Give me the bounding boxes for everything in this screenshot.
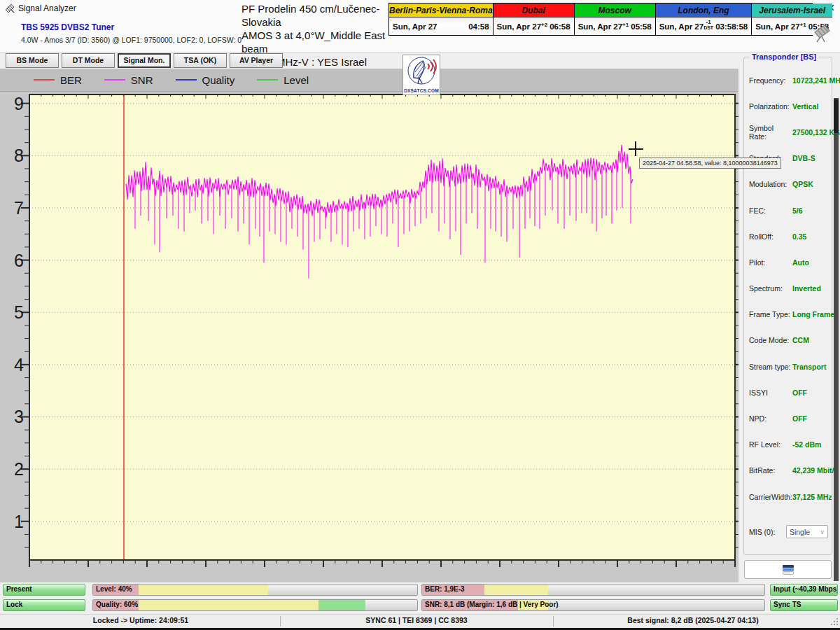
logo-text: DXSATCS.COM	[403, 88, 440, 93]
clock-column-0: Berlin-Paris-Vienna-RomaSun, Apr 2704:58	[389, 4, 493, 35]
info-line-satellite: AMOS 3 at 4,0°W_Middle East beam	[241, 29, 392, 55]
transponder-row-value: Transport	[792, 363, 826, 371]
mode-tabs: BS ModeDT ModeSignal Mon.TSA (OK)AV Play…	[6, 53, 283, 68]
mis-row: MIS (0): Single ∨	[749, 525, 828, 538]
transponder-panel: Transponder [BS] Frequency:10723,241 MHz…	[742, 52, 834, 582]
meter-segment	[139, 584, 268, 595]
transponder-row-label: Stream type:	[749, 363, 792, 371]
legend-color-swatch	[104, 79, 125, 80]
legend-item-quality: Quality	[176, 74, 235, 86]
world-clocks-panel: Berlin-Paris-Vienna-RomaSun, Apr 2704:58…	[388, 3, 813, 36]
tab-av-player[interactable]: AV Player	[230, 53, 283, 68]
tuner-title: TBS 5925 DVBS2 Tuner	[21, 22, 114, 32]
tab-signal-mon-[interactable]: Signal Mon.	[118, 53, 171, 68]
transponder-row-label: CarrierWidth:	[749, 493, 792, 501]
clock-date: Sun, Apr 27	[578, 22, 622, 31]
transponder-row-label: RollOff:	[749, 232, 792, 241]
meter-segment	[484, 584, 548, 595]
transponder-row-label: RF Level:	[749, 440, 792, 449]
clock-time: 06:58	[550, 22, 570, 31]
chart-legend: BERSNRQualityLevel	[0, 69, 738, 92]
clock-time-row: Sun, Apr 27+206:58	[493, 18, 574, 35]
transponder-row: BitRate:42,239 Mbit/s	[744, 458, 832, 484]
meter-label: SNR: 8,1 dB (Margin: 1,6 dB | Very Poor)	[425, 601, 559, 608]
transponder-row-value: QPSK	[792, 180, 813, 188]
transponder-row: FEC:5/6	[744, 197, 832, 223]
clock-date: Sun, Apr 27	[755, 22, 799, 31]
transponder-row: Spectrum:Inverted	[744, 276, 832, 302]
tab-tsa-ok-[interactable]: TSA (OK)	[174, 53, 227, 68]
transponder-row-value: Inverted	[792, 284, 821, 293]
svg-text:3: 3	[14, 407, 24, 426]
tab-dt-mode[interactable]: DT Mode	[62, 53, 115, 68]
status-bar: Locked -> Uptime: 24:09:51 SYNC 61 | TEI…	[0, 614, 840, 628]
transponder-row-label: Frame Type:	[749, 310, 792, 318]
satellite-dish-icon	[811, 21, 834, 46]
legend-label: Level	[284, 74, 309, 86]
svg-text:6: 6	[14, 251, 24, 270]
legend-color-swatch	[257, 79, 278, 80]
clock-column-1: DubaiSun, Apr 27+206:58	[493, 4, 575, 35]
disk-stack-button[interactable]	[744, 560, 832, 579]
meter-label: Level: 40%	[96, 585, 132, 593]
svg-text:1: 1	[14, 512, 24, 531]
clock-column-3: London, EngSun, Apr 27-1DST03:58:58	[656, 4, 752, 35]
meter-bar: Level: 40%	[92, 584, 418, 596]
svg-text:4: 4	[14, 355, 24, 374]
clock-time: 03:58:58	[715, 22, 748, 31]
snr-trend-chart[interactable]: 123456789	[0, 69, 738, 582]
clock-city-label: Jerusalem-Israel	[752, 4, 832, 18]
transponder-row-value: 37,125 MHz	[792, 493, 832, 501]
transponder-rows: Frequency:10723,241 MHzPolarization:Vert…	[744, 67, 832, 510]
legend-item-ber: BER	[34, 74, 82, 86]
transponder-row-label: Modulation:	[749, 180, 792, 188]
clock-date: Sun, Apr 27	[659, 22, 704, 31]
transponder-row: Modulation:QPSK	[744, 172, 832, 197]
mis-dropdown[interactable]: Single ∨	[786, 525, 828, 538]
transponder-row-value: Vertical	[792, 102, 818, 111]
transponder-row: ISSYIOFF	[744, 379, 832, 405]
svg-text:7: 7	[14, 198, 24, 218]
app-satellite-icon	[5, 3, 15, 16]
transponder-row-value: 10723,241 MHz	[792, 76, 840, 85]
transponder-row: Pilot:Auto	[744, 249, 832, 275]
dxsatcs-logo: DXSATCS.COM	[402, 55, 440, 95]
chart-tooltip: 2025-04-27 04.58.58, value: 8,1000003814…	[639, 158, 781, 169]
clock-city-label: Moscow	[575, 4, 655, 18]
tab-bs-mode[interactable]: BS Mode	[6, 53, 59, 68]
legend-color-swatch	[34, 79, 55, 80]
legend-label: Quality	[202, 74, 235, 86]
transponder-row: Code Mode:CCM	[744, 328, 832, 354]
transponder-row: RF Level:-52 dBm	[744, 432, 832, 458]
plot-area	[29, 94, 735, 560]
transponder-row-label: Frequency:	[749, 76, 792, 85]
indicator-lock: Lock	[3, 599, 85, 611]
meter-bar: SNR: 8,1 dB (Margin: 1,6 dB | Very Poor)	[421, 599, 765, 611]
svg-text:2: 2	[14, 459, 24, 479]
transponder-row-label: Polarization:	[749, 102, 792, 111]
transponder-row-value: Long Frame	[792, 310, 834, 318]
meter-segment	[318, 600, 366, 610]
tuner-subtitle: 4.0W - Amos 3/7 (ID: 3560) @ LOF1: 97500…	[21, 36, 241, 44]
status-best-signal: Best signal: 8,2 dB (2025-04-27 04:13)	[553, 616, 833, 624]
transponder-row-label: ISSYI	[749, 388, 792, 397]
transponder-row-value: 42,239 Mbit/s	[792, 466, 838, 475]
scrollbar-thumb[interactable]	[834, 99, 839, 133]
clock-date: Sun, Apr 27	[393, 22, 468, 31]
window-title: Signal Analyzer	[18, 4, 76, 13]
clock-city-label: Dubai	[493, 4, 574, 18]
meter-label: Quality: 60%	[96, 601, 138, 608]
vertical-scrollbar[interactable]	[834, 98, 839, 581]
resize-grip[interactable]	[830, 616, 839, 626]
clock-date: Sun, Apr 27	[497, 22, 541, 31]
transponder-row-value: OFF	[792, 388, 807, 397]
chevron-down-icon: ∨	[820, 528, 825, 536]
status-sync-counters: SYNC 61 | TEI 8369 | CC 8393	[280, 616, 553, 624]
clock-time-row: Sun, Apr 27+105:58	[575, 18, 655, 35]
legend-item-snr: SNR	[104, 74, 153, 86]
legend-color-swatch	[176, 79, 197, 80]
indicator-present: Present	[3, 584, 85, 596]
signal-bars: PresentLevel: 40%BER: 1,9E-3Input (~40,3…	[0, 583, 840, 614]
transponder-row-label: Code Mode:	[749, 336, 792, 344]
legend-label: BER	[60, 74, 82, 86]
